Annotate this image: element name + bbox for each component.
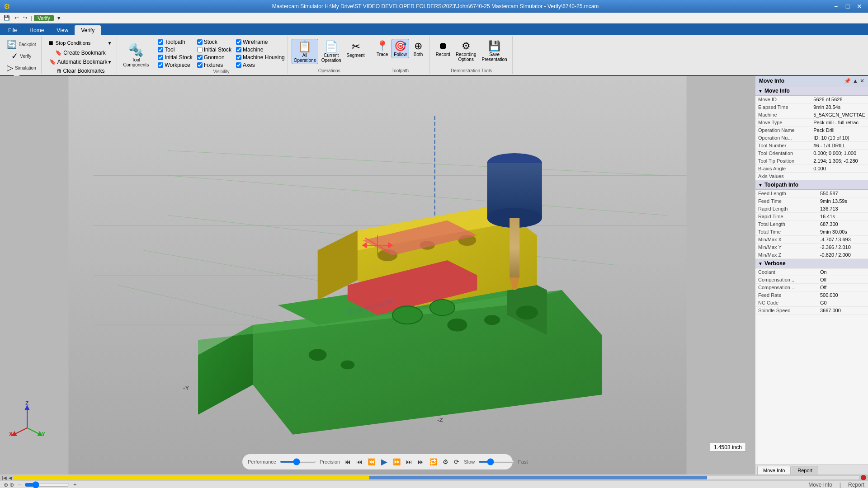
tool-orient-key: Tool Orientation [755, 150, 811, 157]
zoom-in-icon[interactable]: + [73, 482, 76, 488]
panel-header: Move Info 📌 ▲ ✕ [755, 76, 868, 86]
cb-machine-housing[interactable] [236, 55, 241, 60]
recording-options-button[interactable]: ⚙ RecordingOptions [453, 39, 479, 63]
table-row: Tool Orientation 0.000; 0.000; 1.000 [755, 150, 868, 157]
verify-button[interactable]: ✓ Verify [5, 51, 37, 61]
close-button[interactable]: ✕ [854, 2, 864, 10]
viewport-3d[interactable]: -Y -Z StreamingTeacher [0, 76, 755, 474]
toolpath-info-section-header[interactable]: ▼ Toolpath Info [755, 180, 868, 190]
verify-quick-btn[interactable]: Verify [34, 15, 54, 21]
toolpath-group-label: Toolpath [392, 67, 409, 73]
zoom-out-icon[interactable]: − [18, 482, 21, 488]
svg-text:X: X [9, 431, 13, 437]
tool-components-button[interactable]: 🔩 Tool Components [121, 41, 151, 69]
maximize-button[interactable]: □ [843, 2, 853, 10]
step-back-button[interactable]: ⏮ [355, 457, 363, 466]
table-row: Move Type Peck drill - full retrac [755, 119, 868, 127]
table-row: Machine 5_5AXGEN_VMCTTAE [755, 111, 868, 119]
quick-access-dropdown[interactable]: ▼ [55, 14, 63, 22]
ribbon-group-tool-components: 🔩 Tool Components [118, 36, 154, 74]
segment-button[interactable]: ✂ Segment [344, 39, 367, 59]
table-row: Tool Tip Position 2.194; 1.306; -0.280 [755, 157, 868, 165]
cb-axes[interactable] [236, 62, 241, 68]
play-button[interactable]: ▶ [380, 456, 388, 468]
tab-view[interactable]: View [50, 25, 75, 35]
forward-button[interactable]: ⏩ [392, 457, 401, 466]
panel-collapse-button[interactable]: ▲ [853, 78, 858, 84]
record-button[interactable]: ⏺ Record [434, 39, 453, 58]
tab-verify[interactable]: Verify [75, 25, 101, 35]
both-button[interactable]: ⊕ Both [410, 39, 426, 58]
rewind-start-button[interactable]: ⏮ [344, 457, 352, 466]
feed-length-value: 550.587 [817, 190, 868, 197]
cb-gnomon[interactable] [197, 55, 203, 60]
machine-value: 5_5AXGEN_VMCTTAE [811, 111, 868, 119]
simulation-button[interactable]: ▷ Simulation [5, 62, 38, 73]
performance-slider[interactable] [280, 461, 316, 463]
trace-button[interactable]: 📍 Trace [374, 39, 391, 58]
table-row: Elapsed Time 9min 28.54s [755, 103, 868, 111]
tab-home[interactable]: Home [23, 25, 50, 35]
back-button[interactable]: ⏩ [367, 457, 377, 466]
follow-button[interactable]: 🎯 Follow [392, 39, 409, 58]
cb-initial-stock[interactable] [158, 55, 163, 60]
feed-time-key: Feed Time [755, 197, 817, 205]
table-row: Compensation... Off [755, 284, 868, 291]
panel-close-button[interactable]: ✕ [860, 78, 864, 84]
step-forward-button[interactable]: ⏭ [405, 457, 413, 466]
verbose-section-header[interactable]: ▼ Verbose [755, 259, 868, 268]
sync-button[interactable]: ⟳ [453, 457, 460, 466]
minmax-y-value: -2.366 / 2.010 [817, 244, 868, 251]
progress-step-back[interactable]: ◀ [9, 475, 12, 480]
loop-button[interactable]: 🔁 [429, 457, 438, 466]
all-operations-button[interactable]: 📋 AllOperations [292, 39, 318, 64]
settings-pb-button[interactable]: ⚙ [442, 457, 449, 466]
zoom-slider[interactable] [24, 483, 70, 487]
cb-fixtures[interactable] [197, 62, 203, 68]
cb-initial-stock2[interactable] [197, 47, 203, 52]
current-operation-button[interactable]: 📄 CurrentOperation [319, 39, 344, 64]
tab-file[interactable]: File [2, 25, 23, 35]
rapid-time-key: Rapid Time [755, 213, 817, 221]
progress-end-indicator [861, 475, 866, 480]
stop-conditions-button[interactable]: ⏹ Stop Conditions ▼ [45, 38, 114, 48]
nc-code-key: NC Code [755, 299, 817, 307]
tab-move-info[interactable]: Move Info [757, 466, 791, 474]
minmax-z-value: -0.820 / 2.000 [817, 251, 868, 259]
save-presentation-button[interactable]: 💾 SavePresentation [479, 39, 509, 63]
auto-bookmark-button[interactable]: 🔖 Automatic Bookmark ▼ [47, 57, 114, 66]
minimize-button[interactable]: − [831, 2, 841, 10]
undo-quick-btn[interactable]: ↩ [13, 14, 20, 22]
cb-toolpath[interactable] [158, 39, 163, 45]
create-bookmark-button[interactable]: 🔖 Create Bookmark [47, 48, 114, 57]
tab-report[interactable]: Report [792, 466, 818, 474]
skip-end-button[interactable]: ⏭ [417, 457, 425, 466]
redo-quick-btn[interactable]: ↪ [21, 14, 29, 22]
ribbon-tabs: File Home View Verify [0, 23, 868, 35]
cb-workpiece[interactable] [158, 62, 163, 68]
scale-indicator: 1.4503 inch [710, 443, 746, 452]
progress-track[interactable] [14, 476, 859, 479]
axis-indicator: Z Y X [9, 401, 45, 438]
progress-marker [369, 476, 370, 479]
ribbon-group-mode: 🔄 Backplot ✓ Verify ▷ Simulation 📄 NC Mo… [2, 36, 42, 74]
performance-label: Performance [248, 459, 276, 465]
move-info-section-header[interactable]: ▼ Move Info [755, 86, 868, 96]
cb-stock[interactable] [197, 39, 203, 45]
move-info-table: Move ID 5626 of 5628 Elapsed Time 9min 2… [755, 96, 868, 180]
op-num-value: ID: 10 (10 of 10) [811, 134, 868, 142]
speed-slider[interactable] [478, 461, 514, 463]
save-quick-btn[interactable]: 💾 [2, 14, 12, 22]
cb-wireframe[interactable] [236, 39, 241, 45]
visibility-col2: Stock Initial Stock Gnomon Fixtures [197, 39, 231, 68]
svg-point-29 [430, 300, 455, 315]
clear-bookmarks-button[interactable]: 🗑 Clear Bookmarks [47, 66, 114, 75]
table-row: Min/Max Z -0.820 / 2.000 [755, 251, 868, 259]
panel-pin-button[interactable]: 📌 [844, 78, 851, 84]
cb-machine[interactable] [236, 47, 241, 52]
table-row: Total Length 687.300 [755, 221, 868, 228]
cb-tool[interactable] [158, 47, 163, 52]
total-time-key: Total Time [755, 228, 817, 236]
backplot-button[interactable]: 🔄 Backplot [5, 39, 38, 50]
b-axis-value: 0.000 [811, 165, 868, 173]
